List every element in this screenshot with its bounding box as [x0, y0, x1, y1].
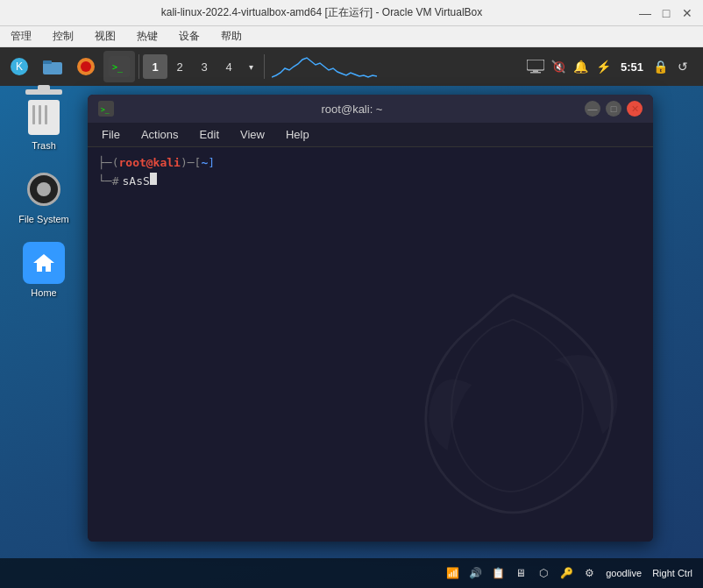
taskbar-icon-5[interactable]: ⬡	[534, 563, 553, 583]
desktop-icons: Trash File System Home	[0, 86, 88, 298]
svg-text:>_: >_	[101, 106, 110, 114]
workspace-4[interactable]: 4	[217, 54, 241, 79]
terminal-minimize[interactable]: —	[585, 101, 600, 117]
display-icon[interactable]	[526, 57, 545, 76]
desktop: Trash File System Home	[0, 86, 703, 588]
term-menu-view[interactable]: View	[237, 126, 268, 143]
home-icon-image	[23, 242, 65, 284]
system-tray: 🔇 🔔 ⚡ 5:51 🔒 ↺	[526, 57, 699, 76]
menu-hotkey[interactable]: 热键	[133, 27, 161, 46]
trash-lines	[32, 105, 47, 124]
menu-help[interactable]: 帮助	[217, 27, 245, 46]
term-menu-actions[interactable]: Actions	[138, 126, 182, 143]
filesystem-icon[interactable]: File System	[9, 168, 79, 224]
terminal-maximize[interactable]: □	[606, 101, 621, 117]
filesystem-label: File System	[18, 214, 68, 224]
activity-chart	[272, 51, 377, 82]
home-label: Home	[31, 287, 56, 298]
term-menu-edit[interactable]: Edit	[196, 126, 223, 143]
svg-rect-8	[527, 60, 544, 70]
taskbar-user: goodlive	[602, 568, 645, 578]
terminal-cursor	[150, 173, 157, 185]
menu-manage[interactable]: 管理	[7, 27, 35, 46]
trash-icon-image	[23, 95, 65, 137]
minimize-button[interactable]: —	[636, 4, 654, 22]
filesystem-icon-image	[23, 168, 65, 210]
terminal-window-icon: >_	[98, 101, 114, 117]
clock: 5:51	[617, 60, 647, 74]
terminal-titlebar: >_ root@kali: ~ — □ ✕	[88, 95, 653, 123]
svg-text:>_: >_	[112, 62, 124, 73]
taskbar-icon-1[interactable]: 📶	[443, 563, 462, 583]
lock-icon[interactable]: 🔒	[650, 57, 670, 76]
terminal-buttons: — □ ✕	[585, 101, 643, 117]
notification-icon[interactable]: 🔔	[572, 57, 591, 76]
bottom-taskbar: 📶 🔊 📋 🖥 ⬡ 🔑 ⚙ goodlive Right Ctrl	[0, 558, 703, 588]
svg-text:🔇: 🔇	[553, 60, 565, 73]
taskbar-icon-4[interactable]: 🖥	[511, 563, 530, 583]
terminal-window: >_ root@kali: ~ — □ ✕ File Actions Edit …	[88, 95, 653, 542]
window-controls: — □ ✕	[636, 4, 696, 22]
trash-label: Trash	[32, 140, 56, 151]
taskbar-icon-6[interactable]: 🔑	[557, 563, 576, 583]
terminal-title: root@kali: ~	[119, 103, 585, 116]
svg-point-5	[81, 61, 91, 72]
taskbar-icon-3[interactable]: 📋	[488, 563, 508, 583]
term-menu-file[interactable]: File	[98, 126, 124, 143]
svg-rect-3	[43, 60, 52, 64]
svg-text:K: K	[16, 60, 23, 73]
workspace-2[interactable]: 2	[167, 54, 192, 79]
terminal-body[interactable]: ├─( root@kali )─[ ~ ] └─ # sAsS	[88, 147, 653, 542]
terminal-menubar: File Actions Edit View Help	[88, 123, 653, 147]
window-title: kali-linux-2022.4-virtualbox-amd64 [正在运行…	[7, 5, 636, 20]
menu-view[interactable]: 视图	[91, 27, 119, 46]
close-button[interactable]: ✕	[678, 4, 696, 22]
terminal-prompt: ├─( root@kali )─[ ~ ]	[98, 154, 643, 173]
trash-lid	[25, 89, 62, 95]
taskbar-right-ctrl: Right Ctrl	[649, 568, 696, 578]
terminal-close[interactable]: ✕	[627, 101, 643, 117]
kali-watermark	[390, 279, 636, 524]
terminal-icon[interactable]: >_	[103, 51, 135, 82]
menu-device[interactable]: 设备	[175, 27, 203, 46]
workspace-1[interactable]: 1	[143, 54, 167, 79]
home-icon[interactable]: Home	[9, 242, 79, 298]
svg-rect-10	[530, 72, 541, 74]
workspace-dropdown[interactable]: ▾	[241, 54, 260, 79]
refresh-icon[interactable]: ↺	[673, 57, 692, 76]
term-menu-help[interactable]: Help	[282, 126, 313, 143]
restore-button[interactable]: □	[657, 4, 675, 22]
vbox-menubar: 管理 控制 视图 热键 设备 帮助	[0, 26, 703, 47]
vbox-titlebar: kali-linux-2022.4-virtualbox-amd64 [正在运行…	[0, 0, 703, 26]
taskbar-icon-2[interactable]: 🔊	[465, 563, 485, 583]
audio-icon[interactable]: 🔇	[549, 57, 568, 76]
terminal-command-line: └─ # sAsS	[98, 173, 643, 191]
kali-icon[interactable]: K	[4, 51, 35, 82]
workspace-buttons: 1 2 3 4 ▾	[143, 54, 260, 79]
toolbar-separator-1	[138, 54, 139, 79]
trash-icon[interactable]: Trash	[9, 95, 79, 151]
power-icon[interactable]: ⚡	[594, 57, 614, 76]
svg-rect-9	[533, 70, 538, 72]
svg-rect-2	[43, 62, 62, 74]
terminal-input[interactable]: sAsS	[122, 173, 149, 191]
file-manager-icon[interactable]	[37, 51, 68, 82]
workspace-3[interactable]: 3	[192, 54, 217, 79]
menu-control[interactable]: 控制	[49, 27, 77, 46]
browser-icon[interactable]	[70, 51, 102, 82]
vbox-toolbar: K >_ 1 2 3 4 ▾	[0, 47, 703, 86]
taskbar-icon-7[interactable]: ⚙	[579, 563, 599, 583]
toolbar-separator-2	[264, 54, 265, 79]
trash-body	[28, 100, 60, 135]
